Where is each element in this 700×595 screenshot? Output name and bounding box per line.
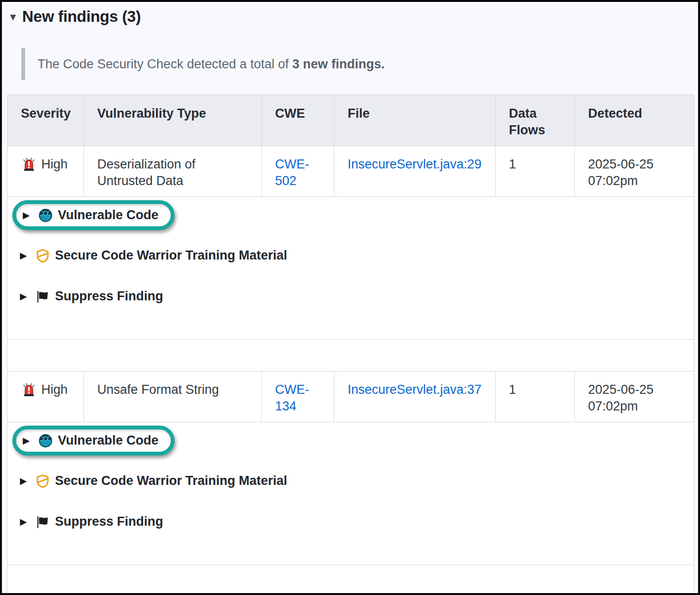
- separator-row: [8, 565, 694, 595]
- shield-icon: [36, 474, 50, 488]
- vulnerable-code-icon: [38, 208, 53, 223]
- caret-right-icon: ▶: [20, 517, 30, 526]
- cwe-link[interactable]: CWE-502: [275, 156, 322, 189]
- details-label: Suppress Finding: [55, 514, 163, 529]
- col-cwe: CWE: [262, 95, 334, 146]
- detected-value: 2025-06-25 07:02pm: [588, 157, 654, 188]
- details-label: Secure Code Warrior Training Material: [55, 474, 287, 488]
- black-flag-icon: [36, 515, 50, 529]
- details-label: Vulnerable Code: [58, 208, 158, 223]
- vulnerability-type: Unsafe Format String: [97, 382, 219, 397]
- col-file: File: [334, 95, 496, 146]
- finding-row-1: High Deserialization of Untrusted Data C…: [8, 146, 694, 197]
- vulnerability-type: Deserialization of Untrusted Data: [97, 157, 195, 188]
- summary-count: 3 new findings: [292, 57, 381, 71]
- file-link[interactable]: InsecureServlet.java:37: [348, 382, 481, 397]
- details-label: Suppress Finding: [55, 289, 163, 304]
- table-header-row: Severity Vulnerability Type CWE File Dat…: [8, 95, 694, 146]
- details-vulnerable-code[interactable]: ▶ Vulnerable Code: [23, 208, 158, 223]
- data-flows-value: 1: [509, 382, 516, 397]
- cwe-link[interactable]: CWE-134: [275, 381, 322, 415]
- summary-period: .: [381, 57, 385, 71]
- col-data-flows: Data Flows: [496, 95, 575, 146]
- details-suppress-finding[interactable]: ▶ Suppress Finding: [20, 514, 684, 529]
- details-suppress-finding[interactable]: ▶ Suppress Finding: [20, 289, 684, 304]
- severity-badge: High: [21, 156, 75, 173]
- new-findings-summary[interactable]: ▼ New findings (3): [8, 8, 693, 26]
- separator-row: [8, 340, 694, 372]
- findings-table: Severity Vulnerability Type CWE File Dat…: [7, 94, 694, 595]
- caret-right-icon: ▶: [20, 292, 30, 301]
- detected-value: 2025-06-25 07:02pm: [588, 382, 654, 413]
- data-flows-value: 1: [509, 157, 516, 171]
- details-training-material[interactable]: ▶ Secure Code Warrior Training Material: [20, 248, 684, 263]
- file-link[interactable]: InsecureServlet.java:29: [348, 157, 481, 171]
- annotation-highlight: ▶ Vulnerable Code: [12, 200, 175, 230]
- siren-icon: [21, 382, 37, 398]
- page-title: New findings (3): [22, 8, 141, 26]
- finding-details-row-1: ▶ Vulnerable Code ▶ Secure Code Warrior …: [8, 197, 694, 340]
- caret-right-icon: ▶: [23, 436, 33, 445]
- col-vulnerability-type: Vulnerability Type: [84, 95, 262, 146]
- col-detected: Detected: [575, 95, 694, 146]
- report-panel: ▼ New findings (3) The Code Security Che…: [0, 0, 700, 595]
- shield-icon: [36, 249, 50, 263]
- finding-details-row-2: ▶ Vulnerable Code ▶ Secure Code Warrior …: [8, 422, 694, 565]
- caret-right-icon: ▶: [20, 476, 30, 485]
- severity-label: High: [41, 156, 68, 173]
- details-vulnerable-code[interactable]: ▶ Vulnerable Code: [23, 433, 158, 448]
- black-flag-icon: [36, 289, 50, 304]
- siren-icon: [21, 157, 37, 173]
- severity-badge: High: [21, 381, 75, 398]
- col-severity: Severity: [8, 95, 84, 146]
- details-training-material[interactable]: ▶ Secure Code Warrior Training Material: [20, 474, 684, 488]
- vulnerable-code-icon: [38, 434, 53, 448]
- details-label: Secure Code Warrior Training Material: [55, 248, 287, 263]
- summary-blockquote: The Code Security Check detected a total…: [21, 48, 693, 80]
- details-label: Vulnerable Code: [58, 433, 158, 448]
- caret-right-icon: ▶: [20, 251, 30, 260]
- summary-text: The Code Security Check detected a total…: [37, 57, 292, 71]
- finding-row-2: High Unsafe Format String CWE-134 Insecu…: [8, 372, 694, 422]
- caret-right-icon: ▶: [23, 211, 33, 220]
- caret-down-icon: ▼: [8, 12, 18, 22]
- severity-label: High: [41, 381, 68, 398]
- annotation-highlight: ▶ Vulnerable Code: [12, 426, 175, 456]
